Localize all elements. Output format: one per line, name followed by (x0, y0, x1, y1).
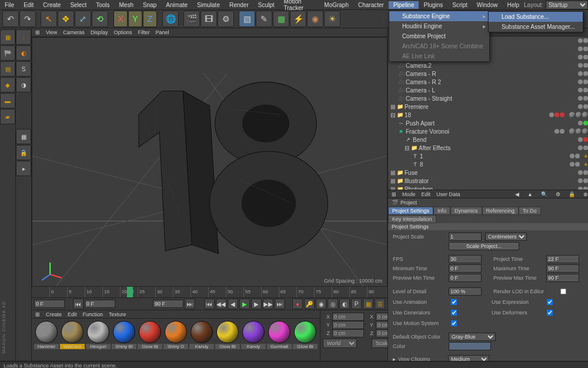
pipeline-item-2[interactable]: Combine Project (389, 31, 489, 41)
pen-tool[interactable]: ✎ (256, 11, 272, 27)
material-10[interactable]: Glow Bl (293, 321, 318, 359)
attr-layout-icon[interactable]: ⊞ (392, 191, 396, 197)
autokey-button[interactable]: 🔑 (304, 299, 315, 309)
point-mode[interactable]: ◆ (0, 77, 15, 92)
generator-tool[interactable]: ⚡ (290, 11, 306, 27)
material-1[interactable]: WetCem (60, 321, 85, 359)
workplane-mode[interactable]: ▤ (0, 61, 15, 77)
view-tab-cameras[interactable]: Cameras (63, 29, 85, 35)
attr-tab-edit[interactable]: Edit (422, 191, 431, 197)
x-axis-toggle[interactable]: X (113, 11, 128, 27)
tree-row-4[interactable]: 🎥Camera - R (388, 69, 588, 78)
attr-toolbar-icon[interactable]: ◀ (515, 191, 519, 197)
tree-row-10[interactable]: ↔Push Apart (388, 119, 588, 127)
attr-tab-user-data[interactable]: User Data (436, 191, 460, 197)
proj-scale-unit[interactable]: Centimeters (485, 233, 527, 241)
scale-project-button[interactable]: Scale Project... (449, 242, 519, 250)
defc-select[interactable]: Gray-Blue (449, 333, 496, 341)
material-5[interactable]: Shiny O (163, 321, 188, 359)
key-pos[interactable]: ◉ (316, 299, 326, 309)
anim-checkbox[interactable] (451, 299, 457, 305)
record-button[interactable]: ● (292, 299, 303, 309)
menu-create[interactable]: Create (38, 1, 65, 9)
fps-field[interactable] (449, 255, 482, 263)
substance-item-0[interactable]: Load Substance... (489, 12, 583, 22)
material-7[interactable]: Glow Bl (215, 321, 240, 359)
menu-help[interactable]: Help (502, 1, 524, 9)
view-tab-filter[interactable]: Filter (138, 29, 149, 35)
menu-motion-tracker[interactable]: Motion Tracker (279, 0, 320, 12)
tree-row-8[interactable]: ⊞📁Premiere (388, 102, 588, 111)
prev-key[interactable]: ◀◀ (216, 299, 226, 309)
cam-view[interactable]: ▸ (16, 161, 31, 176)
snap-toggle[interactable]: ◐ (16, 45, 31, 61)
tree-row-3[interactable]: 🎥Camera.2 (388, 61, 588, 69)
render-view[interactable]: 🎬 (183, 11, 200, 27)
tree-row-18[interactable]: ⊞📁Photoshop (388, 185, 588, 190)
deformer-tool[interactable]: ◉ (307, 11, 323, 27)
attr-inner-tab-to-do[interactable]: To Do (519, 207, 541, 215)
select-tool[interactable]: ↖ (41, 11, 57, 27)
model-mode[interactable]: ▦ (0, 29, 15, 45)
material-3[interactable]: Shiny Bl (112, 321, 136, 359)
tree-row-12[interactable]: ↗Bend (388, 135, 588, 144)
pipeline-item-0[interactable]: Substance Engine▸Load Substance...Substa… (389, 11, 489, 21)
environment-tool[interactable]: ☀ (324, 11, 340, 27)
play-button[interactable]: ▶ (239, 299, 250, 309)
expand-icon[interactable]: ⊟ (390, 112, 395, 118)
timeline-marker[interactable] (127, 287, 133, 297)
material-0[interactable]: Hammer (34, 321, 59, 359)
prev-frame[interactable]: ◀ (228, 299, 238, 309)
proj-scale-field[interactable] (449, 233, 482, 241)
anim-layer[interactable]: ☰ (375, 299, 385, 309)
coord-world-select[interactable]: World (323, 339, 357, 348)
anim-mode[interactable]: ▦ (363, 299, 373, 309)
expand-icon[interactable]: ⊞ (390, 104, 395, 110)
view-select[interactable]: Medium (448, 355, 489, 361)
viewport-solo[interactable]: ▦ (16, 129, 31, 144)
enable-axis[interactable]: ↕ (16, 29, 31, 45)
expr-checkbox[interactable] (547, 299, 553, 305)
perspective-viewport[interactable]: Perspective (32, 37, 387, 286)
key-param[interactable]: P (351, 299, 362, 309)
undo-button[interactable]: ↶ (2, 11, 19, 27)
min-field[interactable] (449, 264, 482, 273)
cube-primitive[interactable]: ▧ (239, 11, 255, 27)
rotate-tool[interactable]: ⟲ (92, 11, 108, 27)
y-axis-toggle[interactable]: Y (128, 11, 142, 27)
tree-row-14[interactable]: T1✶ (388, 152, 588, 160)
z-axis-toggle[interactable]: Z (143, 11, 157, 27)
tree-row-16[interactable]: ⊞📁Fuse (388, 168, 588, 177)
gen-checkbox[interactable] (451, 310, 457, 316)
view-tab-options[interactable]: Options (113, 29, 132, 35)
lock-view[interactable]: 🔒 (16, 145, 31, 160)
soft-select[interactable]: S (16, 61, 31, 77)
attr-inner-tab-referencing[interactable]: Referencing (482, 207, 519, 215)
attr-toolbar-icon[interactable]: 🔒 (569, 191, 575, 197)
menu-animate[interactable]: Animate (161, 1, 192, 9)
key-interp-tab[interactable]: Key Interpolation (388, 215, 436, 223)
ptime-field[interactable] (546, 255, 579, 263)
expand-icon[interactable]: ⊞ (390, 178, 395, 184)
viewport-layout-icon[interactable]: ⊞ (35, 29, 40, 35)
attr-inner-tab-project-settings[interactable]: Project Settings (388, 207, 433, 215)
tree-row-17[interactable]: ⊞📁Illustrator (388, 177, 588, 185)
move-tool[interactable]: ✥ (58, 11, 74, 27)
material-2[interactable]: Hexgon (86, 321, 111, 359)
material-9[interactable]: Gumball (267, 321, 292, 359)
mat-tab-texture[interactable]: Texture (109, 311, 126, 317)
tree-row-15[interactable]: T8✶ (388, 160, 588, 168)
coord-mode[interactable]: 🌐 (162, 11, 179, 27)
mat-layout-icon[interactable]: ⊞ (35, 311, 40, 317)
attr-toolbar-icon[interactable]: 🔍 (541, 191, 547, 197)
menu-file[interactable]: File (0, 1, 19, 9)
pipeline-item-1[interactable]: Houdini Engine▸ (389, 21, 489, 31)
attr-inner-tab-info[interactable]: Info (433, 207, 450, 215)
start-frame-field[interactable] (85, 300, 115, 308)
expand-icon[interactable]: ⊟ (405, 145, 409, 151)
first-frame[interactable]: ⏮ (204, 299, 215, 309)
texture-mode[interactable]: 🏁 (0, 45, 15, 61)
material-4[interactable]: Glow Bl (138, 321, 162, 359)
menu-mesh[interactable]: Mesh (115, 1, 138, 9)
attr-toolbar-icon[interactable]: ⚙ (556, 191, 560, 197)
